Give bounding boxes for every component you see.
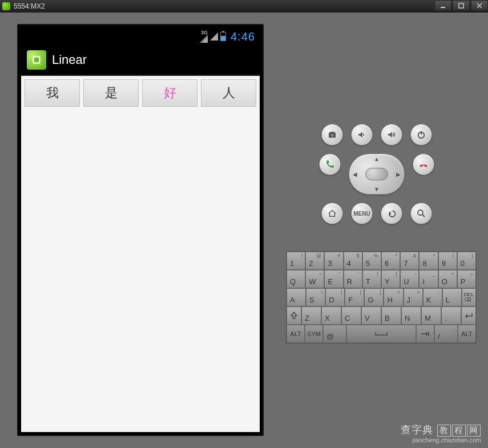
key-0[interactable]: 0) bbox=[457, 252, 476, 270]
app-action-bar: Linear bbox=[21, 45, 260, 76]
window-close-button[interactable] bbox=[471, 0, 488, 11]
dpad-up[interactable]: ▲ bbox=[374, 156, 380, 162]
svg-rect-3 bbox=[34, 58, 39, 62]
key-b[interactable]: B bbox=[381, 306, 401, 325]
key-n[interactable]: N bbox=[401, 306, 421, 325]
button-hao[interactable]: 好 bbox=[142, 79, 197, 107]
key-y[interactable]: Y} bbox=[381, 270, 400, 288]
key-8[interactable]: 8* bbox=[419, 252, 438, 270]
back-button[interactable] bbox=[381, 203, 402, 224]
volume-up-button[interactable] bbox=[381, 124, 402, 146]
emulator-controls: ▲ ▼ ◀ ▶ MENU bbox=[317, 124, 437, 232]
svg-point-7 bbox=[418, 210, 423, 215]
camera-button[interactable] bbox=[321, 124, 343, 146]
key-l[interactable]: L: bbox=[442, 288, 462, 306]
hardware-keyboard: 1!2@3#4$5%6^7&8*9(0) QW~E"R`T{Y}U-I_O+P=… bbox=[286, 251, 477, 344]
key-r[interactable]: R` bbox=[344, 270, 362, 288]
key-w[interactable]: W~ bbox=[305, 270, 324, 288]
signal-icon bbox=[210, 33, 218, 41]
key-v[interactable]: V bbox=[361, 306, 381, 325]
linear-layout-content: 我 是 好 人 bbox=[21, 76, 260, 432]
device-frame: 3G 4:46 Linear 我 是 好 bbox=[17, 24, 264, 436]
dpad-center[interactable] bbox=[365, 168, 388, 180]
power-button[interactable] bbox=[410, 124, 432, 146]
button-shi[interactable]: 是 bbox=[83, 79, 139, 107]
app-icon bbox=[27, 50, 46, 70]
window-title: 5554:MX2 bbox=[14, 2, 45, 10]
button-ren[interactable]: 人 bbox=[201, 79, 256, 107]
key-alt-left[interactable]: ALT bbox=[287, 325, 305, 343]
clock: 4:46 bbox=[231, 30, 255, 43]
key-i[interactable]: I_ bbox=[419, 270, 438, 288]
key-h[interactable]: H< bbox=[384, 288, 403, 306]
key-5[interactable]: 5% bbox=[362, 252, 381, 270]
key-m[interactable]: M bbox=[421, 306, 441, 325]
home-button[interactable] bbox=[321, 203, 343, 224]
key-7[interactable]: 7& bbox=[400, 252, 419, 270]
watermark: 查字典 教程网 jiaocheng.chazidian.com bbox=[401, 423, 481, 443]
svg-rect-0 bbox=[441, 7, 445, 8]
key-tab[interactable] bbox=[416, 325, 434, 343]
key-9[interactable]: 9( bbox=[438, 252, 457, 270]
key-o[interactable]: O+ bbox=[438, 270, 457, 288]
volume-down-button[interactable] bbox=[351, 124, 373, 146]
key-g[interactable]: G] bbox=[364, 288, 384, 306]
dpad-down[interactable]: ▼ bbox=[374, 186, 380, 192]
dpad[interactable]: ▲ ▼ ◀ ▶ bbox=[349, 154, 405, 195]
key-e[interactable]: E" bbox=[324, 270, 343, 288]
window-titlebar: 5554:MX2 bbox=[0, 0, 488, 13]
dpad-left[interactable]: ◀ bbox=[353, 171, 357, 177]
key-s[interactable]: S\ bbox=[306, 288, 325, 306]
key-q[interactable]: Q bbox=[287, 270, 305, 288]
key-p[interactable]: P= bbox=[457, 270, 476, 288]
key-t[interactable]: T{ bbox=[362, 270, 381, 288]
key-k[interactable]: K; bbox=[423, 288, 442, 306]
end-call-button[interactable] bbox=[413, 154, 434, 175]
call-button[interactable] bbox=[319, 154, 341, 175]
key-space[interactable] bbox=[346, 325, 416, 343]
key-a[interactable]: A bbox=[287, 288, 306, 306]
key-1[interactable]: 1! bbox=[287, 252, 305, 270]
key-d[interactable]: D| bbox=[325, 288, 345, 306]
key-delete[interactable]: DEL⌫ bbox=[462, 288, 476, 306]
svg-line-8 bbox=[422, 215, 425, 217]
key-sym[interactable]: SYM bbox=[305, 325, 323, 343]
button-wo[interactable]: 我 bbox=[25, 79, 80, 107]
key-z[interactable]: Z bbox=[301, 306, 321, 325]
key-2[interactable]: 2@ bbox=[305, 252, 324, 270]
app-favicon bbox=[2, 2, 10, 10]
dpad-right[interactable]: ▶ bbox=[396, 171, 401, 177]
search-button[interactable] bbox=[410, 203, 432, 224]
window-minimize-button[interactable] bbox=[434, 0, 451, 11]
svg-rect-1 bbox=[459, 3, 463, 8]
android-status-bar: 3G 4:46 bbox=[21, 28, 260, 45]
key-c[interactable]: C bbox=[341, 306, 361, 325]
menu-button[interactable]: MENU bbox=[351, 203, 373, 224]
key-.[interactable]: . bbox=[441, 306, 461, 325]
battery-icon bbox=[220, 32, 226, 41]
key-3[interactable]: 3# bbox=[324, 252, 343, 270]
network-indicator: 3G bbox=[200, 30, 208, 43]
app-title: Linear bbox=[52, 53, 87, 67]
key-f[interactable]: F[ bbox=[345, 288, 364, 306]
key-shift[interactable] bbox=[287, 306, 301, 325]
key-enter[interactable] bbox=[461, 306, 476, 325]
key-u[interactable]: U- bbox=[400, 270, 419, 288]
key-at[interactable]: @ bbox=[323, 325, 346, 343]
window-maximize-button[interactable] bbox=[453, 0, 470, 11]
key-alt-right[interactable]: ALT bbox=[458, 325, 476, 343]
key-j[interactable]: J> bbox=[404, 288, 423, 306]
svg-point-4 bbox=[330, 134, 333, 136]
key-slash[interactable]: /, bbox=[434, 325, 458, 343]
key-x[interactable]: X bbox=[321, 306, 341, 325]
key-6[interactable]: 6^ bbox=[381, 252, 400, 270]
key-4[interactable]: 4$ bbox=[344, 252, 362, 270]
